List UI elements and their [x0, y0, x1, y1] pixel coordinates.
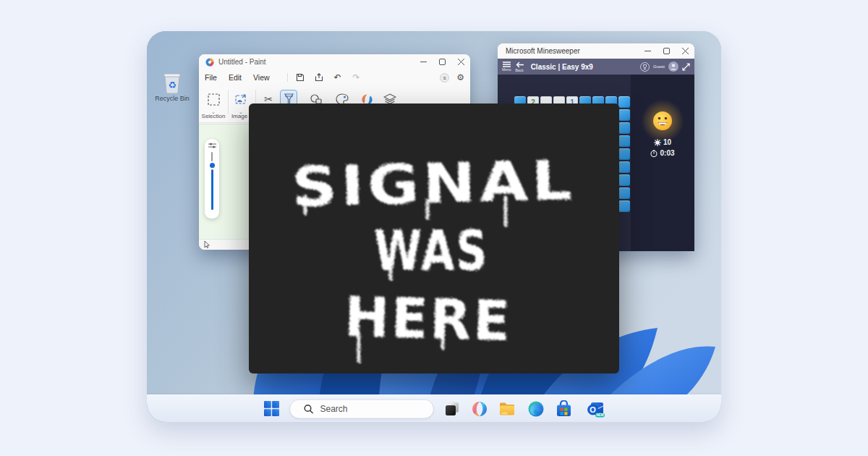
image-tool[interactable] — [232, 90, 250, 109]
spray-paint-text: SIGNAL WAS HERE — [249, 104, 619, 373]
outlook-new-badge: NEW — [596, 413, 604, 417]
recycle-bin-icon: ♻ — [163, 72, 182, 93]
menu-label: Menu — [502, 68, 511, 72]
edge-icon — [527, 400, 545, 418]
trophy-badge-icon[interactable] — [640, 62, 650, 72]
graffiti-overlay-window[interactable]: SIGNAL WAS HERE — [249, 104, 619, 373]
task-view-icon — [444, 401, 460, 417]
store-button[interactable] — [553, 399, 574, 419]
outlook-icon: O NEW — [587, 400, 605, 418]
copilot-taskbar-icon — [471, 400, 488, 418]
search-icon — [304, 404, 313, 413]
slider-icon — [208, 143, 216, 149]
avatar-icon[interactable] — [668, 62, 678, 72]
cursor-icon — [204, 241, 210, 248]
back-button[interactable]: Back — [516, 62, 524, 72]
mine-tile[interactable] — [618, 187, 630, 199]
minesweeper-minimize-button[interactable] — [638, 43, 657, 59]
minesweeper-close-button[interactable] — [676, 43, 694, 59]
settings-gear-icon[interactable]: ⚙ — [456, 72, 464, 83]
fullscreen-icon[interactable] — [682, 63, 690, 71]
paint-app-icon — [205, 58, 214, 67]
desktop: ♻ Recycle Bin Untitled - Paint File Edit… — [147, 31, 721, 422]
back-label: Back — [516, 69, 524, 72]
search-box[interactable] — [289, 399, 434, 418]
recycle-bin-label: Recycle Bin — [150, 95, 195, 102]
file-explorer-icon — [498, 400, 516, 418]
guest-label: Guest — [653, 64, 665, 69]
graffiti-line-3: HERE — [344, 284, 513, 353]
save-icon[interactable] — [294, 73, 307, 82]
mine-icon — [654, 139, 661, 146]
minesweeper-side-panel: 10 0:03 — [631, 75, 694, 251]
slider-thumb[interactable] — [210, 163, 215, 168]
mine-tile[interactable] — [618, 148, 630, 160]
copilot-taskbar-button[interactable] — [469, 399, 490, 419]
mine-tile[interactable] — [618, 109, 630, 121]
timer: 0:03 — [631, 149, 694, 157]
search-input[interactable] — [319, 403, 420, 415]
paint-menubar: File Edit View ↶ ↷ s ⚙ — [199, 69, 470, 85]
paint-minimize-button[interactable] — [414, 54, 433, 69]
paint-close-button[interactable] — [451, 54, 470, 69]
mine-tile[interactable] — [618, 96, 630, 108]
share-icon[interactable] — [312, 73, 326, 82]
mines-counter: 10 — [631, 138, 694, 146]
recycle-bin[interactable]: ♻ Recycle Bin — [150, 72, 195, 102]
minesweeper-window-title: Microsoft Minesweeper — [506, 47, 580, 55]
selection-tool-label: Selection — [202, 113, 226, 119]
mine-tile[interactable] — [618, 174, 630, 186]
timer-value: 0:03 — [660, 149, 674, 157]
edge-button[interactable] — [526, 399, 546, 419]
file-explorer-button[interactable] — [497, 399, 517, 419]
paint-menu-file[interactable]: File — [205, 73, 217, 82]
mine-tile[interactable] — [618, 122, 630, 134]
outlook-button[interactable]: O NEW — [585, 399, 605, 419]
start-button[interactable] — [261, 399, 281, 419]
taskbar: O NEW — [147, 394, 721, 422]
paint-menu-edit[interactable]: Edit — [229, 73, 242, 82]
paint-zoom-slider[interactable] — [205, 139, 219, 219]
clock-icon — [650, 150, 658, 157]
game-mode-label: Classic | Easy 9x9 — [531, 63, 593, 71]
mines-count: 10 — [663, 138, 671, 146]
selection-tool[interactable] — [205, 90, 222, 109]
task-view-button[interactable] — [442, 399, 462, 419]
graffiti-line-1: SIGNAL — [291, 148, 576, 219]
account-badge[interactable]: s — [440, 73, 449, 83]
redo-icon[interactable]: ↷ — [350, 72, 363, 83]
svg-text:♻: ♻ — [168, 80, 176, 90]
mine-tile[interactable] — [618, 200, 630, 212]
slider-track-upper — [211, 152, 213, 161]
minesweeper-maximize-button[interactable] — [657, 43, 676, 59]
store-icon — [556, 400, 572, 418]
paint-menu-view[interactable]: View — [253, 73, 270, 82]
undo-icon[interactable]: ↶ — [331, 72, 344, 83]
mine-tile[interactable] — [618, 135, 630, 147]
windows-logo-icon — [264, 401, 279, 416]
paint-window-title: Untitled - Paint — [218, 58, 266, 66]
image-tool-label: Image — [231, 113, 247, 119]
minesweeper-header: Menu Back Classic | Easy 9x9 Guest — [498, 59, 694, 75]
smiley-face[interactable] — [650, 108, 676, 134]
menu-separator — [287, 73, 288, 82]
svg-text:O: O — [590, 405, 596, 414]
paint-maximize-button[interactable] — [433, 54, 451, 69]
paint-titlebar[interactable]: Untitled - Paint — [199, 54, 470, 69]
mine-tile[interactable] — [618, 161, 630, 173]
hamburger-menu-button[interactable]: Menu — [502, 62, 511, 72]
slider-track-lower — [211, 169, 213, 210]
minesweeper-titlebar[interactable]: Microsoft Minesweeper — [498, 43, 694, 59]
